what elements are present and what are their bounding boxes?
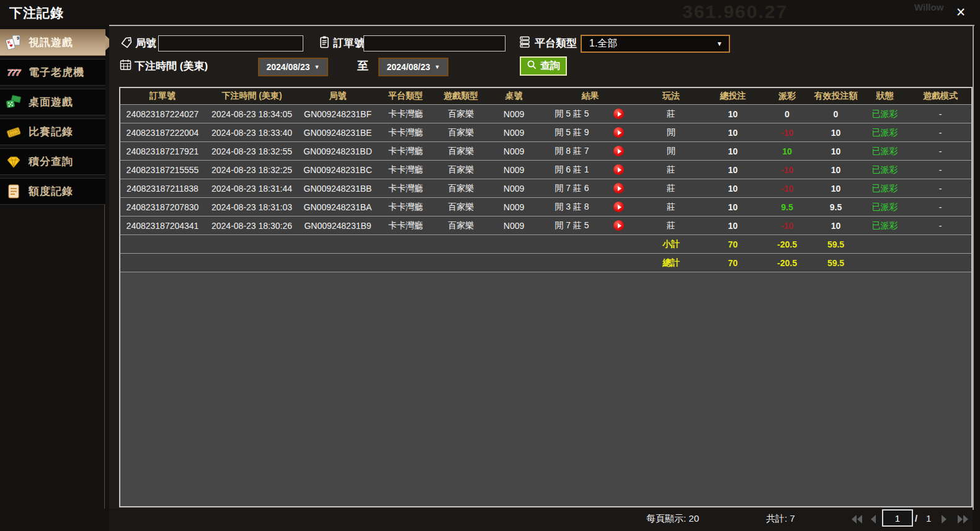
search-button-label: 查詢: [540, 60, 560, 73]
col-header: 下注時間 (美東): [205, 91, 299, 102]
total-bet-cell: 10: [703, 109, 763, 119]
game-mode-cell: -: [909, 109, 971, 119]
chevron-down-icon: ▼: [435, 64, 440, 70]
replay-icon[interactable]: [613, 220, 624, 231]
pagination-bar: 每頁顯示: 20 共計: 7 / 1: [109, 509, 973, 531]
valid-bet-cell: 10: [811, 221, 860, 231]
sidebar-item-credit-records[interactable]: 額度記錄: [0, 178, 105, 205]
payout-cell: -10: [763, 128, 811, 138]
game-type-cell: 百家樂: [435, 127, 487, 138]
payout-cell: -10: [763, 221, 811, 231]
next-page-icon[interactable]: [940, 515, 953, 524]
order-number-input[interactable]: [363, 35, 506, 51]
total-label: 總計: [639, 257, 703, 269]
valid-bet-cell: 10: [811, 184, 860, 194]
sidebar-item-table-games[interactable]: 桌面遊戲: [0, 89, 105, 115]
replay-icon[interactable]: [613, 127, 624, 138]
total-valid-bet: 59.5: [811, 258, 860, 268]
close-icon[interactable]: ×: [951, 2, 970, 21]
payout-cell: 0: [763, 109, 811, 119]
previous-page-icon[interactable]: [870, 515, 882, 524]
sidebar-item-match-records[interactable]: 比賽記錄: [0, 118, 105, 145]
table-header-row: 訂單號 下注時間 (美東) 局號 平台類型 遊戲類型 桌號 結果 玩法 總投注 …: [120, 88, 971, 104]
result-score: 閒 7 莊 6: [541, 183, 603, 194]
platform-type-value: 1.全部: [589, 37, 617, 50]
play-cell: 莊: [639, 164, 703, 176]
date-to-value: 2024/08/23: [387, 62, 430, 72]
result-cell: 閒 8 莊 7: [541, 146, 639, 157]
replay-icon[interactable]: [613, 146, 624, 156]
subtotal-total-bet: 70: [703, 239, 763, 249]
round-cell: GN009248231BA: [299, 202, 376, 212]
bet-time-cell: 2024-08-23 18:33:40: [205, 128, 299, 138]
platform-type-label: 平台類型: [535, 36, 577, 50]
col-header: 狀態: [860, 91, 909, 102]
valid-bet-cell: 10: [811, 165, 860, 175]
svg-text:777: 777: [7, 68, 22, 78]
last-page-icon[interactable]: [956, 515, 969, 524]
ticket-icon: [5, 124, 22, 140]
round-cell: GN009248231BB: [299, 184, 376, 194]
order-cell: 240823187207830: [120, 202, 205, 212]
result-cell: 閒 6 莊 1: [541, 164, 639, 176]
status-cell: 已派彩: [860, 127, 909, 138]
platform-cell: 卡卡灣廳: [376, 127, 435, 138]
bet-time-cell: 2024-08-23 18:31:44: [205, 184, 299, 194]
sidebar-item-label: 電子老虎機: [29, 65, 84, 79]
result-score: 閒 3 莊 8: [541, 202, 603, 213]
platform-cell: 卡卡灣廳: [376, 202, 435, 213]
play-cell: 莊: [639, 220, 703, 231]
status-cell: 已派彩: [860, 220, 909, 231]
table-row: 2408231872043412024-08-23 18:30:26GN0092…: [120, 216, 971, 234]
bet-time-cell: 2024-08-23 18:32:55: [205, 146, 299, 156]
order-cell: 240823187215555: [120, 165, 205, 175]
replay-icon[interactable]: [613, 164, 624, 175]
play-cell: 莊: [639, 109, 703, 120]
panel-right-edge: [973, 25, 974, 510]
platform-cell: 卡卡灣廳: [376, 146, 435, 157]
round-cell: GN009248231BE: [299, 128, 376, 138]
platform-type-select[interactable]: 1.全部 ▼: [581, 35, 730, 53]
subtotal-payout: -20.5: [763, 239, 811, 249]
game-type-cell: 百家樂: [435, 183, 487, 194]
table-no-cell: N009: [487, 165, 541, 175]
replay-icon[interactable]: [613, 202, 624, 212]
game-mode-cell: -: [909, 202, 971, 212]
game-mode-cell: -: [909, 128, 971, 138]
table-no-cell: N009: [487, 184, 541, 194]
result-score: 閒 5 莊 9: [541, 127, 603, 138]
search-button[interactable]: 查詢: [520, 56, 567, 76]
date-from-select[interactable]: 2024/08/23 ▼: [258, 58, 328, 76]
status-cell: 已派彩: [860, 164, 909, 176]
result-score: 閒 8 莊 7: [541, 146, 603, 157]
subtotal-valid-bet: 59.5: [811, 239, 860, 249]
col-header: 結果: [541, 91, 639, 102]
calendar-icon: [119, 58, 132, 74]
page-separator: /: [915, 513, 917, 524]
game-mode-cell: -: [909, 165, 971, 175]
page-number-input[interactable]: [882, 509, 913, 527]
sidebar-item-live-games[interactable]: 9 K 視訊遊戲: [0, 29, 105, 56]
table-no-cell: N009: [487, 202, 541, 212]
col-header: 遊戲模式: [909, 91, 971, 102]
sidebar-item-slots[interactable]: 777 電子老虎機: [0, 59, 105, 86]
round-number-input[interactable]: [158, 35, 303, 51]
replay-icon[interactable]: [613, 183, 624, 194]
sidebar-item-label: 比賽記錄: [29, 125, 73, 139]
round-cell: GN009248231BC: [299, 165, 376, 175]
payout-cell: -10: [763, 165, 811, 175]
order-cell: 240823187224027: [120, 109, 205, 119]
sidebar: 9 K 視訊遊戲 777 電子老虎機: [0, 29, 105, 208]
total-bet-cell: 10: [703, 184, 763, 194]
valid-bet-cell: 9.5: [811, 202, 860, 212]
tag-icon: [120, 37, 133, 51]
sidebar-item-points-query[interactable]: 積分查詢: [0, 148, 105, 175]
platform-cell: 卡卡灣廳: [376, 164, 435, 176]
first-page-icon[interactable]: [851, 515, 863, 524]
replay-icon[interactable]: [613, 109, 624, 119]
date-to-select[interactable]: 2024/08/23 ▼: [378, 58, 448, 76]
total-bet-cell: 10: [703, 128, 763, 138]
order-number-label: 訂單號: [333, 36, 365, 50]
sidebar-item-label: 視訊遊戲: [29, 35, 73, 50]
platform-cell: 卡卡灣廳: [376, 109, 435, 120]
